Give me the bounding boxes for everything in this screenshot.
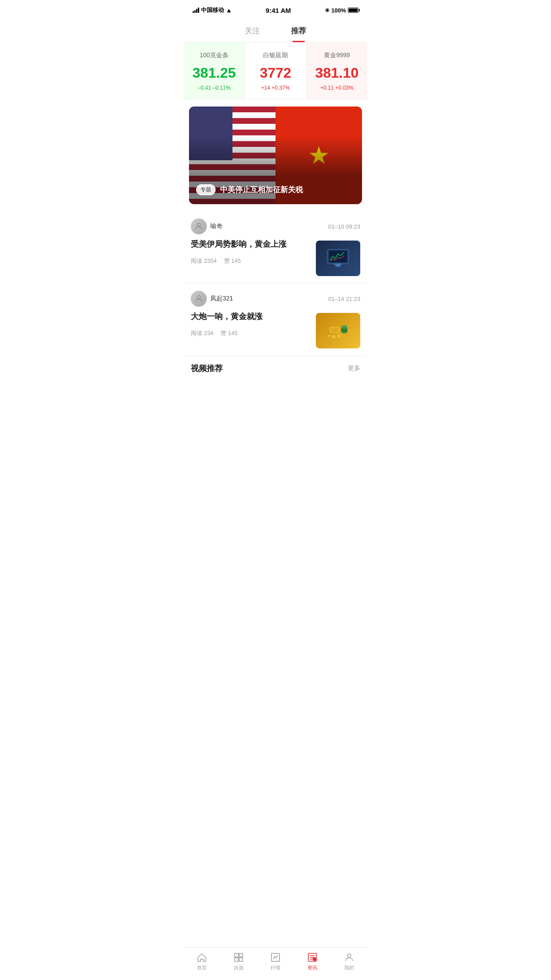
status-bar: 中国移动 ▲ 9:41 AM ✳ 100% (184, 0, 367, 18)
article-thumbnail (316, 241, 360, 276)
article-item[interactable]: 凤起321 01–14 21:23 大炮一响，黄金就涨 阅读 234 赞 145 (184, 284, 367, 356)
article-thumbnail (316, 313, 360, 348)
svg-point-0 (197, 223, 200, 226)
svg-point-6 (197, 296, 200, 299)
card-change: +14 +0.37% (249, 85, 301, 91)
card-title: 白银延期 (249, 51, 301, 59)
video-section-header: 视频推荐 更多 (184, 356, 367, 379)
svg-rect-9 (330, 327, 339, 332)
svg-point-13 (341, 325, 347, 329)
banner-title: 中美停止互相加征新关税 (220, 185, 303, 195)
article-author: 凤起321 (191, 291, 233, 307)
price-cards: 100克金条 381.25 –0.41 –0.11% 白银延期 3772 +14… (184, 43, 367, 99)
article-stats: 阅读 234 赞 145 (191, 329, 311, 337)
wifi-icon: ▲ (226, 7, 232, 14)
article-time: 01–14 21:23 (328, 296, 360, 302)
tab-recommend[interactable]: 推荐 (287, 22, 311, 42)
avatar (191, 291, 207, 307)
author-name: 喻奇 (210, 222, 223, 230)
svg-rect-4 (336, 265, 340, 266)
author-name: 凤起321 (210, 295, 233, 303)
card-change: –0.41 –0.11% (188, 85, 240, 91)
card-title: 100克金条 (188, 51, 240, 59)
time-label: 9:41 AM (266, 7, 291, 14)
tab-header: 关注 推荐 (184, 18, 367, 43)
article-stats: 阅读 2354 赞 145 (191, 257, 311, 265)
battery-icon (348, 8, 358, 13)
svg-point-15 (331, 335, 336, 339)
carrier-label: 中国移动 (201, 6, 224, 14)
svg-rect-3 (335, 264, 342, 265)
article-item[interactable]: 喻奇 01–10 09:23 受美伊局势影响，黄金上涨 阅读 2354 赞 14… (184, 211, 367, 284)
card-title: 黄金9999 (311, 51, 363, 59)
price-card-silver[interactable]: 白银延期 3772 +14 +0.37% (245, 43, 306, 99)
tab-follow[interactable]: 关注 (240, 22, 264, 42)
article-author: 喻奇 (191, 218, 223, 234)
card-price: 381.25 (188, 65, 240, 81)
avatar (191, 218, 207, 234)
banner-content: 专题 中美停止互相加征新关税 (196, 184, 355, 195)
section-title: 视频推荐 (191, 363, 223, 374)
article-headline: 大炮一响，黄金就涨 (191, 311, 311, 322)
svg-rect-5 (335, 266, 341, 267)
card-price: 381.10 (311, 65, 363, 81)
svg-rect-14 (341, 330, 347, 332)
price-card-gold-bar[interactable]: 100克金条 381.25 –0.41 –0.11% (184, 43, 245, 99)
price-card-gold9999[interactable]: 黄金9999 381.10 +0.11 +0.03% (307, 43, 367, 99)
card-price: 3772 (249, 65, 301, 81)
card-change: +0.11 +0.03% (311, 85, 363, 91)
battery-percent: 100% (331, 7, 346, 14)
svg-point-16 (337, 334, 341, 338)
banner-tag: 专题 (196, 184, 216, 195)
article-headline: 受美伊局势影响，黄金上涨 (191, 239, 311, 250)
bluetooth-icon: ✳ (325, 7, 330, 14)
banner[interactable]: ★ 专题 中美停止互相加征新关税 (189, 107, 362, 204)
article-time: 01–10 09:23 (328, 223, 360, 230)
section-more[interactable]: 更多 (348, 364, 360, 372)
svg-point-17 (327, 334, 331, 338)
signal-icon (193, 8, 199, 13)
